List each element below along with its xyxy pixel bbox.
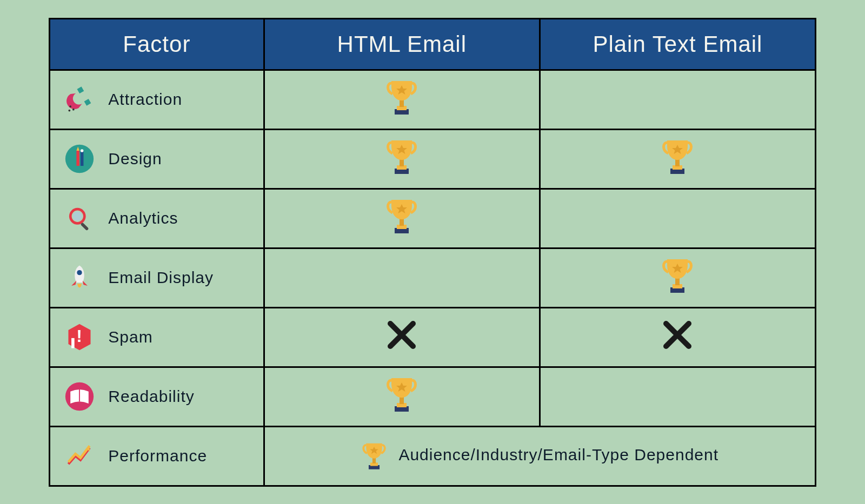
factor-cell: Design	[50, 129, 264, 189]
plain-text-cell	[540, 129, 815, 189]
magnet-icon	[63, 83, 96, 116]
table-row: Analytics	[50, 189, 816, 248]
comparison-table: Factor HTML Email Plain Text Email Attra…	[49, 18, 816, 487]
factor-label: Readability	[108, 387, 194, 405]
svg-rect-1	[84, 99, 91, 106]
factor-cell: Attraction	[50, 70, 264, 129]
factor-cell: ! Spam	[50, 307, 264, 367]
svg-point-9	[81, 149, 84, 152]
html-email-cell	[264, 307, 540, 367]
table-row: Email Display	[50, 248, 816, 307]
header-plain-text-email: Plain Text Email	[540, 18, 815, 70]
factor-label: Design	[108, 150, 162, 167]
factor-label: Spam	[108, 328, 152, 346]
cross-icon	[386, 319, 417, 351]
svg-point-11	[73, 212, 82, 221]
html-email-cell	[264, 367, 540, 426]
table-body: Attraction Design Analytics Email Displa…	[50, 70, 816, 486]
plain-text-cell	[540, 189, 815, 248]
performance-text: Audience/Industry/Email-Type Dependent	[398, 446, 718, 463]
table-row: Design	[50, 129, 816, 189]
plain-text-cell	[540, 307, 815, 367]
table-row: Readability	[50, 367, 816, 426]
factor-cell: Readability	[50, 367, 264, 426]
table-row: Attraction	[50, 70, 816, 129]
html-email-cell	[264, 129, 540, 189]
factor-cell: Performance	[50, 426, 264, 486]
factor-label: Attraction	[108, 90, 182, 108]
chart-icon	[63, 440, 96, 472]
magnifier-icon	[63, 202, 96, 234]
table-row: ! Spam	[50, 307, 816, 367]
factor-cell: Analytics	[50, 189, 264, 248]
trophy-icon	[385, 78, 418, 117]
factor-label: Analytics	[108, 209, 178, 227]
html-email-cell	[264, 70, 540, 129]
trophy-icon	[361, 441, 387, 471]
book-icon	[63, 380, 96, 413]
trophy-icon	[385, 197, 418, 236]
svg-rect-12	[81, 222, 89, 231]
plain-text-cell	[540, 248, 815, 307]
header-factor: Factor	[50, 18, 264, 70]
performance-merged-cell: Audience/Industry/Email-Type Dependent	[264, 426, 815, 486]
factor-label: Performance	[108, 447, 207, 465]
html-email-cell	[264, 248, 540, 307]
svg-rect-0	[77, 86, 84, 93]
factor-cell: Email Display	[50, 248, 264, 307]
svg-rect-15	[71, 338, 75, 348]
trophy-icon	[385, 137, 418, 176]
trophy-icon	[661, 256, 694, 295]
plain-text-cell	[540, 70, 815, 129]
svg-point-3	[72, 109, 75, 111]
factor-label: Email Display	[108, 268, 214, 286]
rocket-icon	[63, 261, 96, 294]
header-html-email: HTML Email	[264, 18, 540, 70]
table-row-performance: Performance Audience/Industry/Email-Type…	[50, 426, 816, 486]
trophy-icon	[661, 137, 694, 176]
svg-text:!: !	[76, 326, 83, 346]
svg-rect-8	[81, 151, 84, 166]
svg-point-13	[77, 270, 82, 275]
svg-rect-6	[76, 151, 79, 166]
design-icon	[63, 143, 96, 175]
svg-point-2	[69, 105, 71, 107]
svg-point-4	[68, 110, 70, 112]
trophy-icon	[385, 375, 418, 414]
cross-icon	[662, 319, 693, 351]
alert-icon: !	[63, 321, 96, 353]
plain-text-cell	[540, 367, 815, 426]
html-email-cell	[264, 189, 540, 248]
